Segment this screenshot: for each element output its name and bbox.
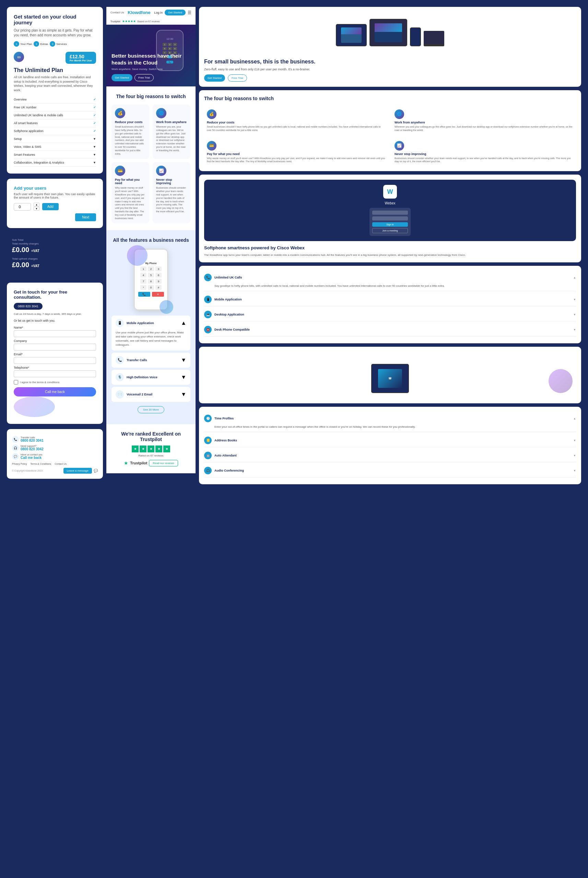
email-input[interactable]	[14, 357, 96, 364]
see-more-button[interactable]: See 20 More	[138, 406, 164, 413]
acc-voicemail-header[interactable]: ✉️ Voicemail 2 Email ▼	[111, 387, 190, 402]
webex-login-form: Sign in Join a meeting	[369, 208, 411, 236]
terms-checkbox[interactable]	[14, 380, 18, 385]
step-services[interactable]: 3 Services	[50, 41, 67, 46]
footer-callback: 💬 Have us contact you Call me back	[12, 453, 98, 460]
message-icon[interactable]: 💬	[94, 469, 98, 473]
qty-up[interactable]: ▲	[34, 203, 39, 207]
step-circle-2: 2	[34, 41, 39, 46]
reasons-grid: 💰 Reduce your costs Small businesses sho…	[111, 105, 190, 223]
right-reason-desc-0: Small businesses shouldn't have hefty ph…	[207, 125, 386, 132]
quantity-input[interactable]	[14, 203, 31, 211]
acc-mobile-header[interactable]: 📱 Mobile Application ▲	[111, 316, 190, 331]
feature-softphone[interactable]: Softphone application ✓	[14, 127, 96, 135]
webex-signin-btn[interactable]: Sign in	[372, 222, 408, 227]
acc-transfer: 📞 Transfer Calls ▼	[111, 352, 190, 368]
acc-hdvoice-header[interactable]: 🎙️ High Definition Voice ▼	[111, 370, 190, 385]
auto-attendant-chevron-icon: ▼	[573, 454, 576, 457]
terms-link[interactable]: Terms & Conditions	[30, 463, 51, 465]
right-acc-mobile-header[interactable]: 📱 Mobile Application ▼	[204, 293, 576, 306]
footer-phone1-number[interactable]: 0800 820 3041	[21, 439, 44, 442]
hero-subheading: Work anywhere. Save money. Switch now.	[111, 67, 190, 70]
acc-transfer-title: Transfer Calls	[127, 358, 147, 362]
acc-transfer-header[interactable]: 📞 Transfer Calls ▼	[111, 352, 190, 368]
read-reviews-button[interactable]: Read our reviews	[149, 460, 178, 466]
reason-title-1: Work from anywhere	[156, 120, 187, 124]
contact-link[interactable]: Contact Us	[54, 463, 66, 465]
right-acc-desk-phone-header[interactable]: ☎️ Desk Phone Compatible ▼	[204, 323, 576, 336]
login-link[interactable]: Log in	[154, 11, 163, 14]
leave-message-button[interactable]: Leave a message	[63, 468, 92, 473]
right-get-started-button[interactable]: Get Started	[204, 75, 225, 82]
footer-callback-link[interactable]: Call me back	[21, 456, 42, 460]
accordion-setup[interactable]: Setup ▼	[14, 135, 96, 143]
feature-unlimited[interactable]: Unlimited UK landline & mobile calls ✓	[14, 111, 96, 119]
unlimited-calls-content: Say goodbye to hefty phone bills, with u…	[204, 284, 576, 291]
right-free-trial-button[interactable]: Free Trial	[228, 75, 247, 82]
webex-meeting-btn[interactable]: Join a meeting	[372, 228, 408, 233]
webex-section: W Webex Sign in Join a meeting Softphone…	[199, 175, 581, 262]
acc-voicemail-title: Voicemail 2 Email	[127, 393, 152, 396]
telephone-input[interactable]	[14, 370, 96, 377]
add-users-button[interactable]: Add	[42, 203, 58, 210]
features-heading: All the features a business needs	[111, 237, 190, 243]
accordion-voice[interactable]: Voice, Video & SMS ▼	[14, 143, 96, 151]
right-reason-title-0: Reduce your costs	[207, 121, 386, 124]
terms-label: I agree to the terms & conditions	[20, 381, 59, 384]
right-acc-desktop-header[interactable]: 💻 Desktop Application ▼	[204, 308, 576, 321]
callback-button[interactable]: Call me back	[14, 387, 96, 397]
qty-down[interactable]: ▼	[34, 207, 39, 211]
company-input[interactable]	[14, 344, 96, 351]
step-your-plan[interactable]: 1 Your Plan	[14, 41, 32, 46]
feature-overview-check: ✓	[93, 98, 96, 101]
right-panel: For small businesses, this is the busine…	[199, 7, 581, 871]
upfront-amount-value: £0.00	[12, 261, 29, 268]
privacy-link[interactable]: Privacy Policy	[12, 463, 27, 465]
hero-get-started-button[interactable]: Get Started	[111, 74, 132, 81]
name-input[interactable]	[14, 330, 96, 337]
reason-card-2: 💳 Pay for what you need Why waste money …	[111, 162, 149, 223]
right-acc-address-left: 📒 Address Books	[204, 437, 237, 444]
right-reasons-heading: The four big reasons to switch	[204, 95, 576, 102]
accordion-setup-label: Setup	[14, 137, 22, 141]
trustpilot-brand: Trustpilot	[130, 461, 147, 465]
right-acc-address-header[interactable]: 📒 Address Books ▼	[204, 434, 576, 447]
telephone-label: Telephone*	[14, 366, 96, 369]
webex-logo: W Webex Sign in Join a meeting	[369, 185, 411, 236]
footer-links: Privacy Policy Terms & Conditions Contac…	[12, 463, 98, 465]
hamburger-icon[interactable]: ☰	[188, 10, 191, 15]
logo: Klowdfone	[128, 10, 150, 15]
footer-phone2-number[interactable]: 0800 820 3042	[21, 447, 44, 451]
desktop-app-icon: 💻	[204, 311, 212, 318]
deskphone-section: ☎	[199, 347, 581, 403]
contact-us-nav[interactable]: Contact Us	[111, 11, 124, 14]
right-reasons-card: The four big reasons to switch 💰 Reduce …	[199, 90, 581, 171]
navbar: Contact Us Klowdfone Log in Get Started …	[106, 7, 195, 18]
acc-transfer-chevron: ▼	[181, 357, 186, 363]
footer-phone1: 📞 Transfer calls 0800 820 3041	[12, 436, 98, 443]
phone-button[interactable]: 0800 820 3041	[14, 303, 42, 310]
accordion-smart-features[interactable]: Smart Features ▼	[14, 151, 96, 159]
webex-icon: W	[383, 185, 397, 199]
hero-free-trial-button[interactable]: Free Trial	[135, 74, 154, 81]
right-reason-desc-2: Why waste money on stuff you'll never us…	[207, 157, 386, 163]
next-button[interactable]: Next	[75, 213, 96, 221]
phone-icon-2: 🎧	[12, 445, 19, 451]
feature-overview[interactable]: Overview ✓	[14, 96, 96, 103]
right-acc-auto-header[interactable]: 🤖 Auto Attendant ▼	[204, 449, 576, 462]
right-acc-audio-header[interactable]: 🎧 Audio Conferencing ▼	[204, 464, 576, 477]
right-acc-time-header[interactable]: 🕐 Time Profiles ▲	[204, 412, 576, 425]
accordion-collab[interactable]: Collaboration, Integration & Analytics ▼	[14, 159, 96, 167]
logo-text: Klowdfone	[128, 10, 150, 15]
unlimited-calls-icon: 📞	[204, 274, 212, 281]
feature-uk-number[interactable]: Free UK number ✓	[14, 103, 96, 111]
add-users-title: Add your users	[14, 186, 96, 191]
trustpilot-section: We're ranked Excellent on Trustpilot ★ ★…	[106, 424, 195, 473]
feature-smart[interactable]: All smart features ✓	[14, 119, 96, 127]
step-extras[interactable]: 2 Extras	[34, 41, 48, 46]
right-acc-unlimited-header[interactable]: 📞 Unlimited UK Calls ▲	[204, 271, 576, 284]
get-started-nav-button[interactable]: Get Started	[165, 10, 186, 15]
right-features-card-2: 🕐 Time Profiles ▲ Enter your out-of-offi…	[199, 407, 581, 484]
unlimited-chevron-icon: ▲	[573, 276, 576, 279]
transfer-icon: 📞	[116, 356, 124, 364]
